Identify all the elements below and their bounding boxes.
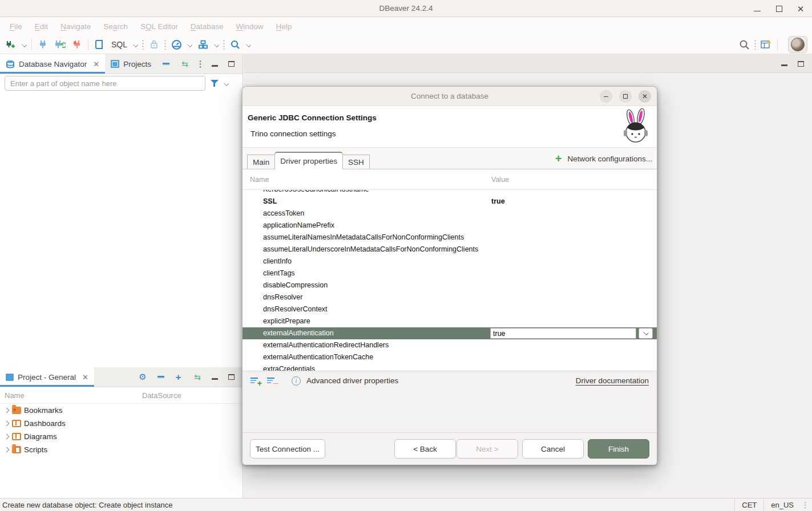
tab-close-icon[interactable]: ✕ — [93, 60, 99, 68]
locale-indicator[interactable]: en_US — [763, 498, 801, 511]
minimize-button[interactable] — [753, 4, 762, 13]
database-navigator-tree[interactable] — [0, 92, 243, 367]
new-connection-dropdown-icon[interactable] — [22, 42, 27, 47]
expand-chevron-icon[interactable] — [3, 434, 9, 440]
dialog-minimize-button[interactable] — [600, 90, 612, 103]
property-row[interactable]: dnsResolverContext — [243, 303, 657, 315]
project-icon — [6, 374, 14, 381]
expand-chevron-icon[interactable] — [3, 408, 9, 413]
tab-close-icon[interactable]: ✕ — [82, 373, 88, 382]
link-with-editor-icon[interactable]: ⇆ — [180, 59, 189, 68]
tree-item[interactable]: Bookmarks — [0, 404, 243, 417]
editor-minimize-icon[interactable] — [781, 64, 787, 66]
dialog-maximize-button[interactable] — [619, 90, 632, 103]
column-datasource[interactable]: DataSource — [142, 391, 181, 400]
value-dropdown-button[interactable] — [639, 328, 653, 339]
dialog-button[interactable]: Finish — [588, 439, 649, 459]
test-connection-button[interactable]: Test Connection ... — [250, 439, 325, 459]
perspective-icon[interactable] — [760, 38, 773, 51]
menu-item[interactable]: Database — [184, 22, 230, 31]
search-db-icon[interactable] — [229, 38, 241, 51]
column-value[interactable]: Value — [491, 176, 509, 184]
disconnect-icon[interactable] — [71, 38, 83, 51]
menu-item[interactable]: Window — [230, 22, 270, 31]
property-row[interactable]: externalAuthenticationRedirectHandlers — [243, 339, 657, 351]
tree-item[interactable]: Dashboards — [0, 417, 243, 430]
property-row[interactable]: externalAuthenticationTokenCache — [243, 351, 657, 363]
add-property-icon[interactable] — [251, 376, 261, 386]
tab-database-navigator[interactable]: Database Navigator ✕ — [0, 54, 105, 74]
sql-editor-icon[interactable] — [93, 38, 106, 51]
dialog-button[interactable]: Next > — [457, 439, 518, 459]
settings-gear-icon[interactable]: ⚙ — [138, 372, 147, 382]
panel-maximize-icon[interactable] — [228, 61, 235, 67]
property-row[interactable]: assumeLiteralUnderscoreInMetadataCallsFo… — [243, 244, 657, 256]
menu-item[interactable]: File — [3, 22, 29, 31]
search-db-dropdown-icon[interactable] — [246, 42, 251, 47]
dialog-button[interactable]: < Back — [394, 439, 456, 459]
property-row[interactable]: SSL true — [243, 196, 657, 208]
menu-item[interactable]: Help — [270, 22, 298, 31]
driver-documentation-link[interactable]: Driver documentation — [576, 376, 649, 385]
view-menu-icon[interactable] — [199, 60, 201, 68]
dialog-tab[interactable]: SSH — [342, 155, 370, 169]
folder-icon — [12, 446, 21, 453]
new-connection-icon[interactable] — [5, 38, 17, 51]
property-value-input[interactable] — [490, 328, 636, 339]
column-name[interactable]: Name — [0, 391, 142, 400]
dashboard-icon[interactable] — [170, 38, 183, 51]
panel-maximize-icon[interactable] — [228, 374, 235, 380]
menu-item[interactable]: Edit — [29, 22, 54, 31]
property-row[interactable]: KerberosUseCanonicalHostname — [243, 190, 657, 196]
driver-manager-dropdown-icon[interactable] — [214, 42, 219, 47]
menu-item[interactable]: SQL Editor — [134, 22, 184, 31]
maximize-button[interactable] — [774, 4, 783, 13]
tree-item[interactable]: Diagrams — [0, 430, 243, 443]
property-row[interactable]: disableCompression — [243, 279, 657, 291]
dialog-button[interactable]: Cancel — [522, 439, 584, 459]
timezone-indicator[interactable]: CET — [734, 498, 763, 511]
property-row[interactable]: extraCredentials — [243, 363, 657, 371]
property-row[interactable]: applicationNamePrefix — [243, 220, 657, 232]
dashboard-dropdown-icon[interactable] — [187, 42, 192, 47]
panel-minimize-icon[interactable] — [212, 378, 218, 380]
property-row[interactable]: externalAuthentication — [243, 327, 657, 339]
sql-editor-dropdown-icon[interactable] — [133, 42, 138, 47]
editor-maximize-icon[interactable] — [798, 61, 804, 67]
dialog-tab[interactable]: Main — [247, 155, 275, 169]
tab-projects[interactable]: Projects — [105, 54, 157, 74]
remove-property-icon[interactable] — [267, 376, 278, 386]
dialog-tab[interactable]: Driver properties — [274, 152, 343, 169]
property-row[interactable]: clientInfo — [243, 256, 657, 267]
object-filter-input[interactable] — [5, 76, 205, 91]
expand-chevron-icon[interactable] — [3, 447, 9, 453]
collapse-all-icon[interactable] — [157, 376, 164, 378]
dialog-close-button[interactable]: ✕ — [639, 90, 651, 103]
expand-all-icon[interactable] — [175, 374, 182, 381]
expand-chevron-icon[interactable] — [3, 421, 9, 427]
dialog-titlebar[interactable]: Connect to a database ✕ — [243, 87, 657, 106]
user-avatar-button[interactable] — [788, 36, 807, 53]
property-row[interactable]: accessToken — [243, 208, 657, 220]
collapse-all-icon[interactable] — [163, 63, 169, 65]
property-row[interactable]: dnsResolver — [243, 291, 657, 303]
link-with-editor-icon[interactable]: ⇆ — [192, 372, 201, 382]
filter-dropdown-icon[interactable] — [224, 81, 229, 86]
sql-editor-label[interactable]: SQL — [111, 40, 127, 49]
menu-item[interactable]: Navigate — [54, 22, 97, 31]
reconnect-icon[interactable] — [54, 38, 66, 51]
column-name[interactable]: Name — [250, 176, 269, 184]
property-row[interactable]: explicitPrepare — [243, 315, 657, 327]
network-configurations-button[interactable]: + Network configurations... — [555, 148, 652, 169]
tab-project-general[interactable]: Project - General ✕ — [0, 367, 94, 387]
filter-icon[interactable] — [210, 79, 219, 88]
driver-manager-icon[interactable] — [197, 38, 209, 51]
panel-minimize-icon[interactable] — [212, 65, 218, 67]
property-row[interactable]: assumeLiteralNamesInMetadataCallsForNonC… — [243, 232, 657, 244]
tree-item[interactable]: Scripts — [0, 443, 243, 456]
connect-icon[interactable] — [37, 38, 49, 51]
close-button[interactable]: ✕ — [796, 4, 805, 13]
quick-search-icon[interactable] — [738, 38, 750, 51]
menu-item[interactable]: Search — [97, 22, 134, 31]
property-row[interactable]: clientTags — [243, 267, 657, 279]
